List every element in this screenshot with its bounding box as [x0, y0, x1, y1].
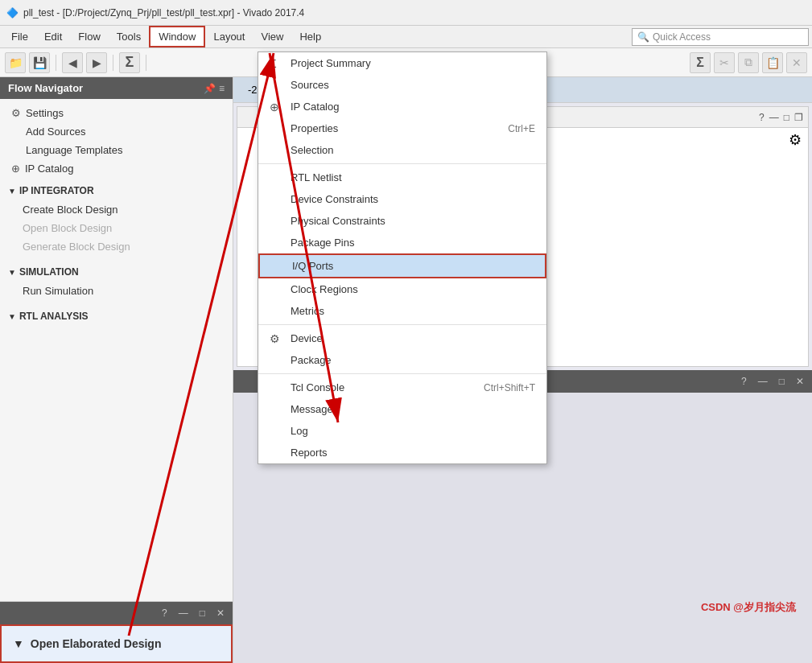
menu-layout[interactable]: Layout [205, 26, 253, 47]
title-bar: 🔷 pll_test - [D:/Project/Zynq_Prj/pll_te… [0, 0, 812, 26]
br-question-btn[interactable]: ? [738, 374, 750, 389]
sidebar-section-rtl: ▼ RTL ANALYSIS [0, 303, 233, 329]
sidebar-content: ⚙ Settings Add Sources Language Template… [0, 99, 233, 601]
toolbar-back-btn[interactable]: ◀ [62, 52, 83, 73]
sidebar-pin-icon[interactable]: 📌 [204, 83, 216, 94]
rtl-caret-icon: ▼ [8, 312, 16, 321]
toolbar-sep-3 [146, 55, 146, 71]
dropdown-item-sources[interactable]: Sources [258, 74, 546, 96]
menu-tools[interactable]: Tools [109, 26, 149, 47]
dropdown-item-device[interactable]: ⚙ Device [258, 327, 546, 349]
rtl-label: RTL ANALYSIS [19, 311, 89, 322]
toolbar-save-btn[interactable]: 💾 [29, 52, 50, 73]
sidebar-item-create-block[interactable]: Create Block Design [0, 200, 233, 219]
sidebar-item-lang-templates[interactable]: Language Templates [0, 141, 233, 159]
dropdown-item-tcl-console[interactable]: Tcl Console Ctrl+Shift+T [258, 377, 546, 398]
bottom-panel-question-btn[interactable]: ? [159, 606, 171, 620]
ip-integrator-header[interactable]: ▼ IP INTEGRATOR [0, 181, 233, 200]
dropdown-item-messages[interactable]: Messages [258, 398, 546, 420]
toolbar-copy-btn[interactable]: ⧉ [738, 52, 759, 73]
menu-help[interactable]: Help [291, 26, 329, 47]
toolbar-folder-btn[interactable]: 📁 [5, 52, 26, 73]
quick-access-label: Quick Access [653, 31, 711, 43]
simulation-header[interactable]: ▼ SIMULATION [0, 262, 233, 282]
dropdown-item-log[interactable]: Log [258, 420, 546, 442]
sidebar-header-icons: 📌 ≡ [204, 83, 225, 94]
caret-elaborated-icon: ▼ [13, 637, 24, 650]
open-elaborated-design[interactable]: ▼ Open Elaborated Design [0, 624, 233, 663]
dropdown-item-package-pins[interactable]: Package Pins [258, 232, 546, 253]
dropdown-item-clock-regions[interactable]: Clock Regions [258, 278, 546, 300]
sidebar-item-gen-block: Generate Block Design [0, 237, 233, 256]
dropdown-menu: Σ Project Summary Sources ⊕ IP Catalog P… [258, 51, 547, 464]
sidebar-item-ip-label: IP Catalog [25, 163, 73, 175]
settings-icon: ⚙ [11, 107, 21, 119]
sim-caret-icon: ▼ [8, 268, 16, 277]
sidebar-item-run-sim[interactable]: Run Simulation [0, 282, 233, 300]
search-icon: 🔍 [637, 31, 649, 43]
quick-access-box[interactable]: 🔍 Quick Access [632, 28, 809, 46]
toolbar-sigma-btn[interactable]: Σ [119, 52, 140, 73]
sidebar-item-add-sources-label: Add Sources [26, 126, 85, 138]
dropdown-item-metrics[interactable]: Metrics [258, 300, 546, 322]
dropdown-item-physical-constraints[interactable]: Physical Constraints [258, 210, 546, 232]
sigma-menu-icon: Σ [270, 57, 277, 70]
toolbar-sep-2 [113, 55, 113, 71]
open-elaborated-label: Open Elaborated Design [31, 637, 162, 650]
bottom-panel-minimize-btn[interactable]: — [175, 606, 192, 620]
dropdown-item-selection[interactable]: Selection [258, 139, 546, 161]
ip-catalog-icon: ⊕ [11, 163, 20, 175]
dropdown-item-reports[interactable]: Reports [258, 442, 546, 463]
dropdown-divider-1 [258, 163, 546, 164]
br-minimize-btn[interactable]: — [755, 374, 771, 389]
bottom-panel-header: ? — □ ✕ [0, 602, 233, 624]
ip-menu-icon: ⊕ [270, 101, 279, 113]
menu-flow[interactable]: Flow [70, 26, 108, 47]
dropdown-item-project-summary[interactable]: Σ Project Summary [258, 52, 546, 74]
simulation-label: SIMULATION [19, 266, 79, 278]
rtl-header[interactable]: ▼ RTL ANALYSIS [0, 307, 233, 326]
toolbar-delete-btn[interactable]: ✕ [786, 52, 807, 73]
bottom-panel: ? — □ ✕ ▼ Open Elaborated Design [0, 601, 233, 663]
panel-minimize-icon[interactable]: — [769, 112, 779, 123]
watermark: CSDN @岁月指尖流 [701, 600, 796, 615]
dropdown-item-iq-ports[interactable]: I/Q Ports [258, 253, 546, 278]
app-icon: 🔷 [6, 7, 19, 19]
dropdown-item-ip-catalog[interactable]: ⊕ IP Catalog [258, 96, 546, 117]
dropdown-item-rtl-netlist[interactable]: RTL Netlist [258, 167, 546, 188]
toolbar-paste-btn[interactable]: 📋 [762, 52, 783, 73]
menu-view[interactable]: View [253, 26, 291, 47]
title-text: pll_test - [D:/Project/Zynq_Prj/pll_test… [23, 7, 304, 19]
caret-icon: ▼ [8, 187, 16, 196]
dropdown-item-properties[interactable]: Properties Ctrl+E [258, 117, 546, 139]
sidebar-item-settings-label: Settings [26, 107, 64, 119]
sidebar-close-icon[interactable]: ≡ [219, 83, 225, 94]
sidebar-item-add-sources[interactable]: Add Sources [0, 122, 233, 141]
sidebar-item-ip-catalog[interactable]: ⊕ IP Catalog [0, 159, 233, 178]
menu-window[interactable]: Window [149, 26, 205, 47]
menu-file[interactable]: File [3, 26, 36, 47]
bottom-panel-restore-btn[interactable]: □ [196, 606, 208, 620]
br-restore-btn[interactable]: □ [776, 374, 788, 389]
panel-gear-icon[interactable]: ⚙ [789, 131, 802, 149]
menu-edit[interactable]: Edit [36, 26, 70, 47]
toolbar-sigma-right-btn[interactable]: Σ [690, 52, 711, 73]
toolbar-sep-1 [56, 55, 56, 71]
bottom-panel-close-btn[interactable]: ✕ [213, 606, 228, 620]
panel-restore-icon[interactable]: □ [784, 112, 789, 123]
toolbar-forward-btn[interactable]: ▶ [86, 52, 107, 73]
dropdown-divider-2 [258, 324, 546, 325]
panel-maximize-icon[interactable]: ❐ [794, 112, 803, 123]
device-menu-icon: ⚙ [270, 332, 280, 345]
sidebar-section-simulation: ▼ SIMULATION Run Simulation [0, 259, 233, 303]
sidebar-title: Flow Navigator [8, 82, 83, 94]
toolbar-cut-btn[interactable]: ✂ [714, 52, 735, 73]
sidebar: Flow Navigator 📌 ≡ ⚙ Settings Add Source… [0, 77, 233, 663]
br-close-btn[interactable]: ✕ [793, 374, 807, 389]
dropdown-divider-3 [258, 373, 546, 374]
dropdown-item-device-constraints[interactable]: Device Constraints [258, 188, 546, 210]
panel-question-icon[interactable]: ? [759, 112, 765, 123]
sidebar-item-settings[interactable]: ⚙ Settings [0, 104, 233, 122]
dropdown-item-package[interactable]: Package [258, 349, 546, 371]
sidebar-section-ip-integrator: ▼ IP INTEGRATOR Create Block Design Open… [0, 178, 233, 259]
